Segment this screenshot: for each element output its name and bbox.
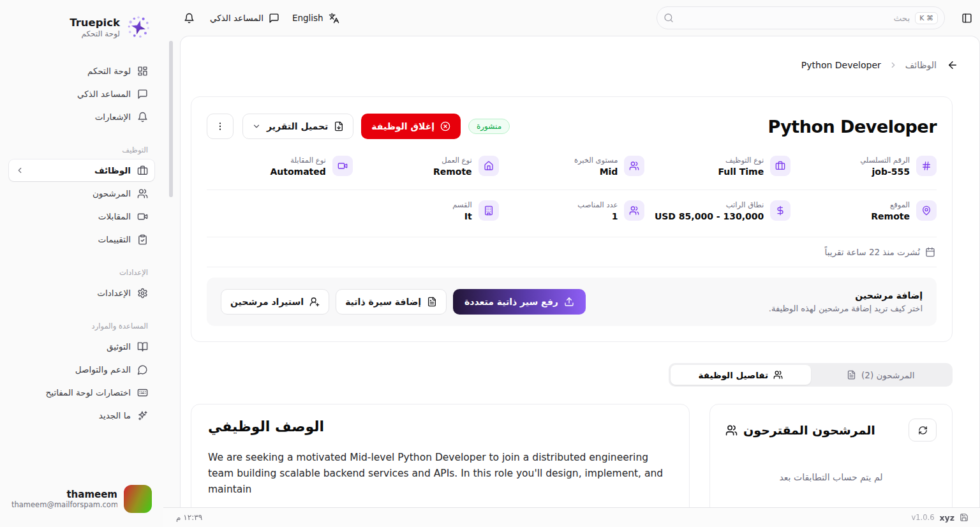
detail-label: نوع التوظيف [718, 156, 764, 165]
detail-value: Automated [270, 167, 325, 177]
search-shortcut-badge: K ⌘ [915, 12, 938, 24]
file-download-icon [334, 121, 344, 131]
import-candidates-button[interactable]: استيراد مرشحين [221, 289, 329, 315]
tab-job-details[interactable]: تفاصيل الوظيفة [671, 365, 811, 385]
sidebar-item-interviews[interactable]: المقابلات [9, 205, 154, 227]
video-icon [332, 156, 353, 176]
sidebar-toggle-button[interactable] [959, 10, 975, 26]
clock: ١٢:٣٩ م [176, 513, 202, 522]
job-detail-positions: عدد المناصب1 [499, 200, 645, 221]
sidebar-section-recruitment: التوظيف [9, 145, 154, 154]
sidebar-item-label: التوثيق [107, 341, 131, 352]
video-icon [137, 211, 148, 222]
user-email: thameem@mailforspam.com [11, 500, 117, 509]
briefcase-icon [770, 156, 791, 176]
sidebar-item-label: المرشحون [93, 188, 131, 198]
sidebar-item-whats-new[interactable]: ما الجديد [9, 405, 154, 426]
download-report-button[interactable]: تحميل التقرير [242, 114, 353, 139]
sidebar-item-label: الإشعارات [95, 112, 131, 122]
published-note-row: نُشرت منذ 22 ساعة تقريباً [207, 237, 937, 267]
more-actions-button[interactable] [207, 114, 234, 139]
user-menu[interactable]: thameem thameem@mailforspam.com [9, 481, 154, 517]
notifications-button[interactable] [181, 10, 197, 26]
sidebar-item-dashboard[interactable]: لوحة التحكم [9, 60, 154, 82]
sidebar-item-assistant[interactable]: المساعد الذكي [9, 83, 154, 105]
detail-value: Full Time [718, 167, 764, 177]
tab-job-details-label: تفاصيل الوظيفة [699, 370, 768, 380]
topbar-end-group: English المساعد الذكي [181, 10, 339, 26]
assistant-button[interactable]: المساعد الذكي [210, 13, 279, 24]
panel-toggle-icon [961, 13, 972, 24]
suggested-candidates-empty-state: لم يتم حساب التطابقات بعد [725, 472, 937, 482]
back-button[interactable] [944, 57, 961, 73]
environment-label: xyz [940, 513, 955, 523]
job-detail-work-type: نوع العملRemote [353, 156, 499, 177]
upload-multiple-resumes-button[interactable]: رفع سير ذاتية متعددة [453, 289, 586, 315]
main-column: K ⌘ English المساعد الذكي [163, 0, 980, 527]
chat-icon [269, 13, 279, 24]
content: الوظائف Python Developer Python Develope… [181, 36, 979, 527]
detail-value: It [452, 211, 471, 221]
home-icon [479, 156, 499, 176]
clipboard-check-icon [137, 234, 148, 245]
status-bar: xyz v1.0.6 ١٢:٣٩ م [163, 507, 980, 527]
refresh-matches-button[interactable] [909, 419, 937, 442]
search-input[interactable] [679, 13, 910, 23]
sidebar-item-shortcuts[interactable]: اختصارات لوحة المفاتيح [9, 382, 154, 403]
circle-x-icon [440, 121, 450, 131]
truepick-logo-icon [126, 15, 151, 40]
language-switcher-button[interactable]: English [292, 13, 339, 24]
detail-label: الرقم التسلسلي [860, 156, 910, 165]
file-text-icon [427, 297, 437, 307]
chevron-down-icon [252, 122, 261, 131]
sidebar-nav: لوحة التحكم المساعد الذكي الإشعارات التو… [9, 60, 154, 427]
assistant-label: المساعد الذكي [210, 13, 264, 23]
close-job-button[interactable]: إغلاق الوظيفة [361, 114, 461, 139]
global-search[interactable]: K ⌘ [657, 6, 945, 29]
content-panel: الوظائف Python Developer Python Develope… [180, 36, 980, 527]
published-note: نُشرت منذ 22 ساعة تقريباً [825, 247, 920, 257]
language-label: English [292, 13, 323, 23]
breadcrumb: الوظائف Python Developer [193, 57, 961, 73]
add-resume-button[interactable]: إضافة سيرة ذاتية [336, 289, 447, 315]
sidebar-item-evaluations[interactable]: التقييمات [9, 228, 154, 250]
sidebar-item-jobs[interactable]: الوظائف [9, 160, 154, 181]
detail-value: USD 85,000 - 130,000 [655, 211, 764, 221]
brand: Truepick لوحة التحكم [9, 13, 154, 46]
add-candidates-box: إضافة مرشحين اختر كيف تريد إضافة مرشحين … [207, 278, 937, 326]
version-group: xyz v1.0.6 [911, 513, 969, 523]
scrollbar-thumb[interactable] [169, 41, 173, 197]
job-detail-salary: نطاق الراتبUSD 85,000 - 130,000 [644, 200, 791, 221]
building-icon [479, 200, 499, 221]
sidebar-item-docs[interactable]: التوثيق [9, 336, 154, 357]
app-root: K ⌘ English المساعد الذكي [0, 0, 980, 527]
tab-candidates[interactable]: المرشحون (2) [811, 365, 951, 385]
job-detail-employment-type: نوع التوظيفFull Time [644, 156, 791, 177]
job-description-body: We are seeking a motivated Mid-level Pyt… [208, 450, 667, 497]
add-candidates-actions: رفع سير ذاتية متعددة إضافة سيرة ذاتية اس… [221, 289, 586, 315]
detail-value: Remote [433, 167, 472, 177]
version-label: v1.0.6 [911, 513, 934, 522]
sidebar-item-support[interactable]: الدعم والتواصل [9, 359, 154, 380]
breadcrumb-parent[interactable]: الوظائف [905, 60, 937, 70]
sidebar-item-candidates[interactable]: المرشحون [9, 182, 154, 204]
map-pin-icon [916, 200, 937, 221]
sparkles-icon [137, 410, 148, 421]
sidebar-section-settings: الإعدادات [9, 268, 154, 277]
file-text-icon [847, 370, 856, 380]
job-description-title: الوصف الوظيفي [208, 419, 672, 434]
user-plus-icon [309, 297, 320, 307]
brand-subtitle: لوحة التحكم [70, 29, 120, 38]
sidebar-item-notifications[interactable]: الإشعارات [9, 106, 154, 128]
sidebar-item-settings[interactable]: الإعدادات [9, 282, 154, 304]
users-icon [725, 424, 738, 436]
sidebar-item-label: الدعم والتواصل [75, 364, 131, 375]
dollar-icon [770, 200, 791, 221]
suggested-candidates-header: المرشحون المقترحون [725, 419, 937, 442]
sidebar-item-label: اختصارات لوحة المفاتيح [46, 387, 131, 397]
add-candidates-title: إضافة مرشحين [769, 290, 923, 301]
save-icon [960, 513, 969, 522]
job-detail-serial: الرقم التسلسليjob-555 [791, 156, 937, 177]
sidebar-item-label: الوظائف [94, 165, 131, 175]
job-header: Python Developer منشورة إغلاق الوظيفة تح… [207, 114, 937, 139]
